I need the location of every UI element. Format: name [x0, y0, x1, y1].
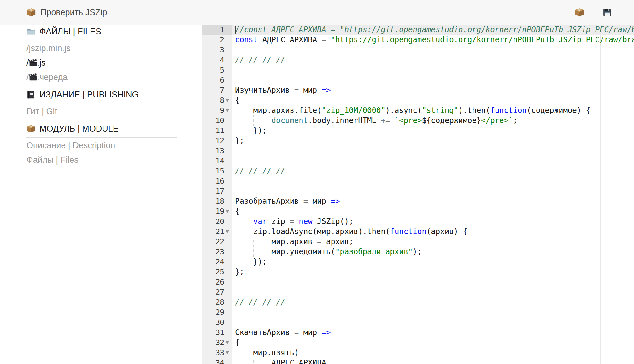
- fold-arrow-icon[interactable]: [226, 341, 229, 344]
- fold-arrow-icon[interactable]: [226, 351, 229, 354]
- code-line[interactable]: 32{: [202, 338, 634, 348]
- code-line[interactable]: 14: [202, 156, 634, 166]
- code-line[interactable]: 9 мир.архив.file("zip_10M/0000").async("…: [202, 105, 634, 115]
- line-number[interactable]: 22: [202, 237, 232, 247]
- code-line[interactable]: 28// // // //: [202, 297, 634, 307]
- fold-arrow-icon[interactable]: [226, 99, 229, 102]
- line-number[interactable]: 10: [202, 115, 232, 126]
- fold-arrow-icon[interactable]: [226, 210, 229, 213]
- line-number[interactable]: 25: [202, 267, 232, 277]
- line-number[interactable]: 6: [202, 75, 232, 85]
- code-line[interactable]: 24 });: [202, 257, 634, 267]
- code-line[interactable]: 2const АДРЕС_АРХИВА = "https://git.openg…: [202, 35, 634, 45]
- fold-slot[interactable]: [224, 226, 230, 237]
- line-number[interactable]: 14: [202, 156, 232, 166]
- line-number[interactable]: 11: [202, 126, 232, 136]
- sidebar-item[interactable]: Файлы | Files: [26, 153, 177, 167]
- code-line[interactable]: 25};: [202, 267, 634, 277]
- code-line[interactable]: 15// // // //: [202, 166, 634, 176]
- fold-slot[interactable]: [224, 338, 230, 348]
- code-line[interactable]: 8{: [202, 95, 634, 105]
- code-line[interactable]: 18РазобратьАрхив = мир =>: [202, 196, 634, 206]
- code-line[interactable]: 3: [202, 45, 634, 55]
- code-line-text: РазобратьАрхив = мир =>: [232, 196, 634, 206]
- code-line[interactable]: 5: [202, 65, 634, 75]
- sidebar-item[interactable]: /jszip.min.js: [26, 41, 177, 56]
- line-number[interactable]: 5: [202, 65, 232, 75]
- line-number[interactable]: 30: [202, 317, 232, 327]
- code-line-text: [232, 45, 634, 55]
- sidebar-item[interactable]: /.череда: [26, 70, 177, 85]
- line-number[interactable]: 3: [202, 45, 232, 55]
- line-number-text: 25: [215, 268, 224, 276]
- code-line[interactable]: 12};: [202, 136, 634, 146]
- line-number[interactable]: 28: [202, 297, 232, 307]
- line-number[interactable]: 16: [202, 176, 232, 186]
- line-number[interactable]: 17: [202, 186, 232, 196]
- line-number[interactable]: 26: [202, 277, 232, 287]
- line-number[interactable]: 20: [202, 216, 232, 226]
- code-line[interactable]: 26: [202, 277, 634, 287]
- code-line[interactable]: 20 var zip = new JSZip();: [202, 216, 634, 226]
- line-number[interactable]: 32: [202, 338, 232, 348]
- line-number[interactable]: 15: [202, 166, 232, 176]
- line-number[interactable]: 7: [202, 85, 232, 95]
- editor[interactable]: 1//const АДРЕС_АРХИВА = "https://git.ope…: [202, 25, 634, 364]
- code-line-text: [232, 307, 634, 317]
- fold-slot[interactable]: [224, 206, 230, 216]
- fold-arrow-icon[interactable]: [226, 109, 229, 112]
- sidebar-item[interactable]: /.js: [26, 56, 177, 70]
- save-action-button[interactable]: [602, 8, 612, 17]
- code-line-text: {: [232, 95, 634, 105]
- code-line[interactable]: 6: [202, 75, 634, 85]
- code-line[interactable]: 22 мир.архив = архив;: [202, 237, 634, 247]
- line-number[interactable]: 31: [202, 327, 232, 338]
- fold-slot[interactable]: [224, 95, 230, 105]
- code-line[interactable]: 34 АДРЕС_АРХИВА: [202, 358, 634, 364]
- fold-slot: [224, 65, 230, 75]
- code-line[interactable]: 33 мир.взять(: [202, 348, 634, 358]
- code-line[interactable]: 19{: [202, 206, 634, 216]
- line-number[interactable]: 19: [202, 206, 232, 216]
- line-number[interactable]: 12: [202, 136, 232, 146]
- code-line[interactable]: 16: [202, 176, 634, 186]
- fold-slot[interactable]: [224, 105, 230, 115]
- code-token: АДРЕС_АРХИВА: [258, 35, 321, 44]
- sidebar-item[interactable]: Описание | Description: [26, 138, 177, 153]
- header-actions: [575, 8, 612, 17]
- code-line[interactable]: 31СкачатьАрхив = мир =>: [202, 327, 634, 338]
- line-number-text: 27: [215, 288, 224, 296]
- code-line[interactable]: 30: [202, 317, 634, 327]
- line-number[interactable]: 21: [202, 226, 232, 237]
- sidebar-item[interactable]: Гит | Git: [26, 104, 177, 119]
- code-line[interactable]: 7ИзучитьАрхив = мир =>: [202, 85, 634, 95]
- code-line[interactable]: 27: [202, 287, 634, 297]
- line-number[interactable]: 4: [202, 55, 232, 65]
- line-number[interactable]: 2: [202, 35, 232, 45]
- code-line[interactable]: 1//const АДРЕС_АРХИВА = "https://git.ope…: [202, 25, 634, 35]
- code-line[interactable]: 17: [202, 186, 634, 196]
- line-number[interactable]: 34: [202, 358, 232, 364]
- package-action-button[interactable]: [575, 8, 584, 17]
- line-number[interactable]: 29: [202, 307, 232, 317]
- line-number[interactable]: 8: [202, 95, 232, 105]
- line-number[interactable]: 27: [202, 287, 232, 297]
- line-number[interactable]: 9: [202, 105, 232, 115]
- line-number[interactable]: 18: [202, 196, 232, 206]
- line-number[interactable]: 33: [202, 348, 232, 358]
- fold-arrow-icon[interactable]: [226, 230, 229, 233]
- code-token: мир: [308, 197, 331, 206]
- code-line-text: [232, 287, 634, 297]
- code-line[interactable]: 10 document.body.innerHTML += `<pre>${со…: [202, 115, 634, 126]
- code-line[interactable]: 11 });: [202, 126, 634, 136]
- line-number[interactable]: 13: [202, 146, 232, 156]
- code-line[interactable]: 23 мир.уведомить("разобрали архив");: [202, 247, 634, 257]
- code-line[interactable]: 4// // // //: [202, 55, 634, 65]
- line-number[interactable]: 23: [202, 247, 232, 257]
- code-line[interactable]: 13: [202, 146, 634, 156]
- line-number[interactable]: 24: [202, 257, 232, 267]
- code-line[interactable]: 21 zip.loadAsync(мир.архив).then(functio…: [202, 226, 634, 237]
- code-line[interactable]: 29: [202, 307, 634, 317]
- line-number[interactable]: 1: [202, 25, 232, 35]
- fold-slot[interactable]: [224, 348, 230, 358]
